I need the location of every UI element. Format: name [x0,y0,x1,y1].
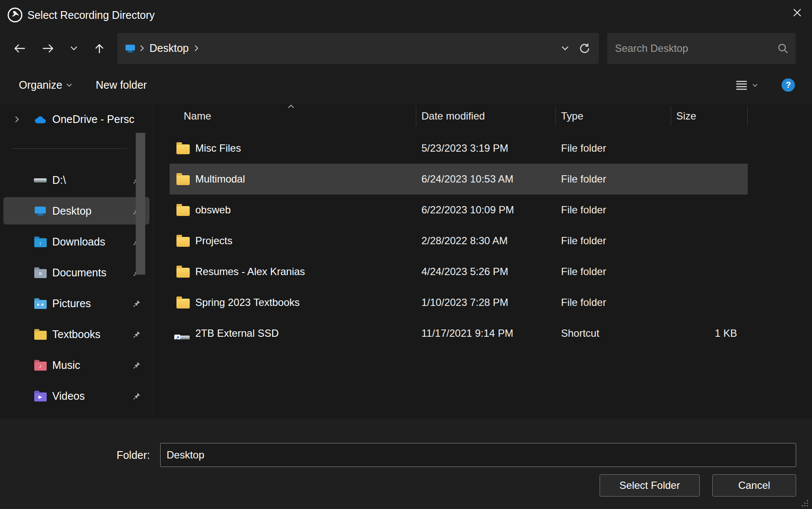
folder-icon [176,144,190,154]
resize-grip[interactable] [801,499,809,507]
file-name: Spring 2023 Textbooks [195,296,300,308]
search-input[interactable] [615,42,777,54]
file-type: File folder [556,173,671,185]
file-size: 1 KB [671,327,748,339]
search-box [607,33,796,64]
file-type: File folder [556,266,671,278]
file-row-selected[interactable]: Multimodal 6/24/2023 10:53 AM File folde… [170,164,748,195]
expand-chevron-icon[interactable] [15,116,21,123]
pin-icon [133,330,141,338]
sidebar-item-label: Textbooks [52,328,129,341]
command-toolbar: Organize New folder [0,66,812,104]
file-name: Resumes - Alex Kranias [195,266,305,278]
sidebar-item-downloads[interactable]: ↓ Downloads [3,228,149,255]
sidebar-item-textbooks[interactable]: Textbooks [3,320,149,348]
folder-name-input[interactable] [160,443,796,467]
file-type: Shortcut [556,327,671,339]
chevron-down-icon [66,83,72,87]
pin-icon [133,299,141,308]
breadcrumb-location[interactable]: Desktop [144,42,194,54]
file-rows: Misc Files 5/23/2023 3:19 PM File folder… [170,133,812,349]
textbooks-folder-icon [33,329,47,340]
file-row[interactable]: Projects 2/28/2022 8:30 AM File folder [170,225,748,256]
obs-logo-icon [7,7,23,23]
address-dropdown-button[interactable] [555,36,575,60]
videos-icon: ▶ [33,391,47,401]
file-name-cell: 2TB External SSD [170,327,416,339]
file-name: Projects [195,235,233,247]
back-icon [14,44,26,53]
close-button[interactable] [782,0,812,25]
shortcut-drive-icon [176,332,190,338]
file-name: obsweb [195,204,231,216]
dialog-footer: Folder: Select Folder Cancel [0,418,812,509]
column-header-name[interactable]: Name [170,106,416,126]
file-date: 4/24/2023 5:26 PM [416,266,556,278]
forward-button[interactable] [37,36,59,60]
folder-label: Folder: [0,443,155,467]
file-row[interactable]: Spring 2023 Textbooks 1/10/2023 7:28 PM … [170,287,748,318]
chevron-down-icon [752,84,758,87]
organize-button[interactable]: Organize [19,79,72,91]
sidebar-item-label: Videos [52,390,129,402]
file-date: 1/10/2023 7:28 PM [416,296,556,308]
file-row[interactable]: Resumes - Alex Kranias 4/24/2023 5:26 PM… [170,256,748,287]
file-list-area: Name Date modified Type Size Misc Files … [153,104,812,418]
file-type: File folder [556,235,671,247]
new-folder-label: New folder [96,79,147,91]
column-header-type[interactable]: Type [556,106,671,126]
file-row[interactable]: 2TB External SSD 11/17/2021 9:14 PM Shor… [170,318,748,349]
breadcrumb-chevron-icon[interactable] [194,45,199,52]
column-header-date-modified[interactable]: Date modified [416,106,556,126]
recent-locations-button[interactable] [65,36,82,60]
file-row[interactable]: obsweb 6/22/2023 10:09 PM File folder [170,195,748,225]
file-date: 5/23/2023 3:19 PM [416,142,556,154]
address-bar[interactable]: Desktop [117,33,599,64]
column-header-size[interactable]: Size [671,106,748,126]
select-folder-button[interactable]: Select Folder [600,474,700,497]
cancel-button[interactable]: Cancel [712,474,796,497]
file-name-cell: Resumes - Alex Kranias [170,266,416,278]
back-button[interactable] [9,36,31,60]
sidebar-item-desktop[interactable]: Desktop [3,197,149,225]
file-name-cell: Multimodal [170,173,416,185]
help-button[interactable] [782,78,795,92]
sidebar-item-videos[interactable]: ▶ Videos [3,382,149,410]
folder-icon [176,299,190,308]
sidebar-scrollbar-thumb[interactable] [136,133,145,275]
sidebar-item-music[interactable]: ♪ Music [3,351,149,379]
file-row[interactable]: Misc Files 5/23/2023 3:19 PM File folder [170,133,748,164]
desktop-location-icon [125,44,135,53]
sidebar-item-pictures[interactable]: ▲▲ Pictures [3,290,149,317]
file-name-cell: Projects [170,235,416,247]
new-folder-button[interactable]: New folder [96,79,147,91]
folder-icon [176,268,190,278]
file-dialog-window: Select Recording Directory [0,0,812,509]
refresh-button[interactable] [575,36,594,60]
sidebar-item-onedrive[interactable]: OneDrive - Persc [3,105,149,133]
details-view-icon [736,80,747,90]
sidebar-item-d-drive[interactable]: D:\ [3,166,149,194]
sidebar-item-label: Downloads [52,236,129,248]
sidebar-item-label: D:\ [52,174,129,186]
sidebar-divider [13,148,127,149]
drive-icon [33,177,47,184]
window-title: Select Recording Directory [27,9,155,21]
folder-icon [176,175,190,185]
folder-icon [176,237,190,247]
chevron-down-icon [561,46,569,51]
file-name: 2TB External SSD [195,327,279,339]
close-icon [793,9,801,17]
pin-icon [133,361,141,369]
downloads-icon: ↓ [33,237,47,247]
view-mode-button[interactable] [736,80,758,90]
up-button[interactable] [88,36,110,60]
file-date: 6/22/2023 10:09 PM [416,204,556,216]
file-type: File folder [556,142,671,154]
breadcrumb-chevron-icon[interactable] [140,45,144,52]
column-header-row: Name Date modified Type Size [170,104,748,129]
sidebar-item-documents[interactable]: ≡ Documents [3,259,149,286]
file-name: Misc Files [195,142,241,154]
organize-label: Organize [19,79,62,91]
shortcut-arrow-badge [174,335,180,339]
